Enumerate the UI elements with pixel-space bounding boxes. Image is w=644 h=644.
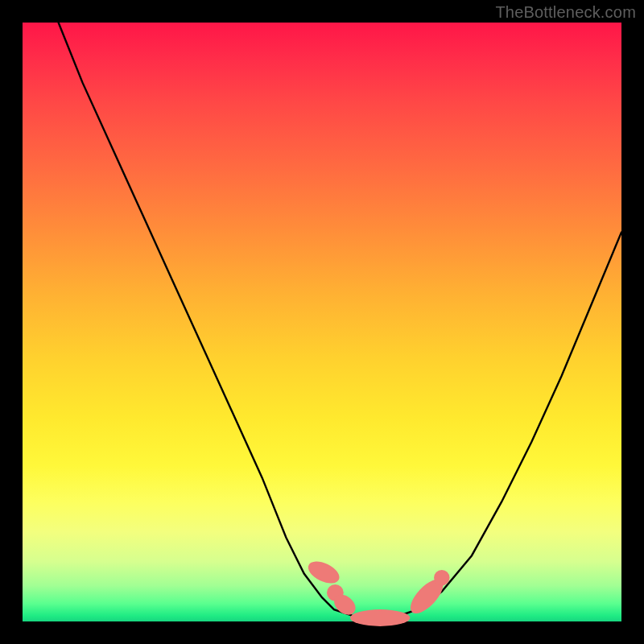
- bottleneck-curve-path: [59, 23, 621, 621]
- plot-area: [23, 23, 621, 621]
- marker-bottom: [350, 609, 410, 626]
- marker-right-2: [434, 570, 449, 585]
- curve-layer: [23, 23, 621, 621]
- watermark-text: TheBottleneck.com: [495, 3, 636, 22]
- bottleneck-curve: [59, 23, 621, 621]
- chart-frame: TheBottleneck.com: [0, 0, 644, 644]
- marker-group: [305, 557, 450, 626]
